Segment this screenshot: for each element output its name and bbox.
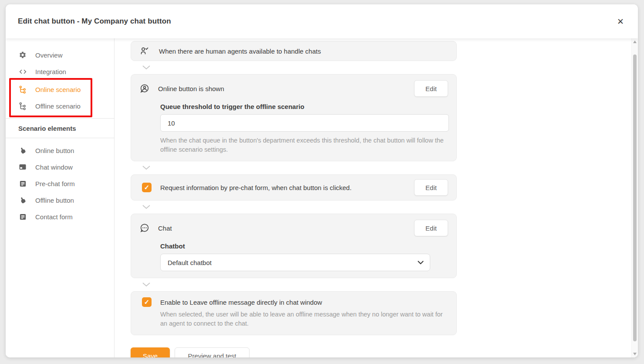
queue-threshold-help: When the chat queue in the button's depa… (160, 136, 445, 154)
chat-edit-button[interactable]: Edit (414, 220, 448, 236)
offline-message-help: When selected, the user will be able to … (160, 310, 445, 328)
sidebar-item-label: Overview (35, 51, 63, 59)
sidebar-item-label: Online button (35, 147, 74, 154)
flow-connector (131, 201, 457, 214)
action-buttons: Save Preview and test (131, 347, 638, 357)
chatbot-label: Chatbot (160, 242, 448, 250)
window-icon (18, 163, 27, 171)
sidebar-item-chat-window[interactable]: Chat window (6, 159, 114, 175)
preview-and-test-button[interactable]: Preview and test (175, 347, 250, 357)
prechat-form-panel: ✓ Request information by pre-chat form, … (131, 174, 457, 201)
sidebar-item-label: Contact form (35, 213, 73, 221)
sidebar-item-contact-form[interactable]: Contact form (6, 208, 114, 225)
save-button[interactable]: Save (131, 347, 170, 357)
chevron-down-icon (142, 282, 150, 287)
form-icon (18, 212, 27, 221)
sidebar-item-label: Chat window (35, 163, 73, 171)
prechat-form-edit-button[interactable]: Edit (414, 179, 448, 196)
chat-panel: Chat Edit Chatbot Default chatbot (131, 214, 457, 278)
sidebar-item-label: Offline button (35, 197, 74, 204)
code-icon (18, 67, 27, 76)
prechat-form-text: Request information by pre-chat form, wh… (160, 184, 351, 191)
sidebar-item-label: Integration (35, 68, 66, 75)
condition-panel: When there are human agents available to… (131, 41, 457, 61)
chevron-down-icon (142, 65, 150, 70)
gear-icon (18, 51, 27, 59)
flow-connector (131, 278, 457, 291)
dialog-header: Edit chat button - My Company chat butto… (6, 4, 638, 38)
form-icon (18, 179, 27, 188)
flow-connector (131, 61, 457, 74)
sidebar-item-label: Online scenario (35, 86, 81, 93)
sidebar-item-integration[interactable]: Integration (6, 63, 114, 80)
person-check-icon (139, 46, 150, 56)
red-highlight-annotation: Online scenario Offline scenario (9, 78, 92, 117)
flow-connector (131, 161, 457, 174)
scrollbar-up-arrow-icon[interactable] (633, 41, 637, 43)
sidebar-item-pre-chat-form[interactable]: Pre-chat form (6, 175, 114, 192)
sidebar-item-online-button[interactable]: Online button (6, 142, 114, 159)
edit-chat-button-dialog: Edit chat button - My Company chat butto… (6, 4, 638, 357)
scrollbar-down-arrow-icon[interactable] (633, 353, 637, 355)
prechat-form-checkbox[interactable]: ✓ (142, 183, 152, 192)
sidebar-item-overview[interactable]: Overview (6, 47, 114, 63)
chevron-down-icon (418, 261, 424, 265)
sidebar-item-offline-scenario[interactable]: Offline scenario (11, 98, 91, 114)
offline-message-text: Enable to Leave offline message directly… (160, 299, 322, 306)
sidebar-item-offline-button[interactable]: Offline button (6, 192, 114, 208)
scenario-tree-icon (18, 85, 27, 94)
online-button-edit-button[interactable]: Edit (414, 80, 448, 97)
online-button-panel: Online button is shown Edit Queue thresh… (131, 74, 457, 161)
dialog-title: Edit chat button - My Company chat butto… (18, 17, 171, 26)
chevron-down-icon (142, 166, 150, 170)
scenario-elements-heading: Scenario elements (6, 119, 114, 138)
bubble-person-icon (139, 83, 150, 94)
queue-threshold-label: Queue threshold to trigger the offline s… (160, 103, 448, 110)
pointer-hand-icon (18, 196, 27, 204)
bubble-dots-icon (139, 223, 150, 233)
pointer-hand-icon (18, 146, 27, 155)
offline-message-checkbox[interactable]: ✓ (142, 297, 152, 307)
sidebar: Overview Integration Online scenario (6, 38, 115, 357)
dialog-body: Overview Integration Online scenario (6, 38, 638, 357)
sidebar-item-online-scenario[interactable]: Online scenario (11, 81, 91, 98)
scrollbar[interactable] (631, 38, 638, 357)
scrollbar-thumb[interactable] (633, 54, 637, 341)
online-button-panel-title: Online button is shown (158, 85, 224, 92)
chatbot-select[interactable]: Default chatbot (160, 254, 430, 271)
chevron-down-icon (142, 205, 150, 209)
sidebar-item-label: Offline scenario (35, 102, 81, 110)
scenario-tree-icon (18, 102, 27, 110)
chat-panel-title: Chat (158, 225, 172, 232)
sidebar-item-label: Pre-chat form (35, 180, 75, 187)
condition-text: When there are human agents available to… (159, 48, 321, 55)
close-icon[interactable]: ✕ (613, 15, 628, 28)
chatbot-select-value: Default chatbot (168, 259, 418, 266)
scenario-elements-list: Online button Chat window Pre-chat form (6, 142, 114, 225)
queue-threshold-input[interactable] (160, 114, 449, 132)
offline-message-panel: ✓ Enable to Leave offline message direct… (131, 291, 457, 335)
main-content: When there are human agents available to… (115, 38, 638, 357)
